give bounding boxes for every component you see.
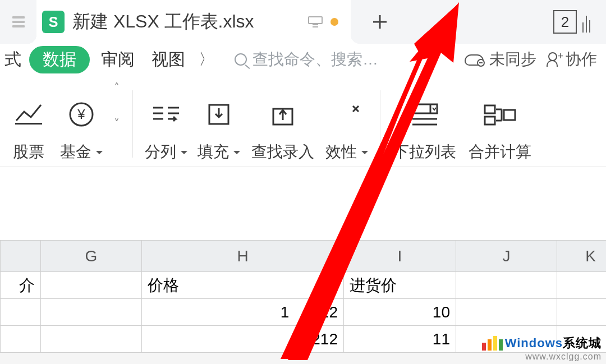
cell[interactable]: 进货价 [344, 272, 456, 299]
cell[interactable]: 1212 [142, 299, 344, 326]
cell[interactable]: 价格 [142, 272, 344, 299]
cell[interactable] [557, 326, 607, 353]
fund-label: 基金 [60, 141, 103, 163]
cell[interactable] [557, 299, 607, 326]
stock-button[interactable]: 股票 [3, 81, 54, 163]
cell[interactable]: 11 [344, 326, 456, 353]
dropdown-list-button[interactable]: 下拉列表 [388, 81, 461, 163]
plus-icon [373, 15, 387, 29]
filetype-badge-icon: S [42, 11, 65, 33]
find-input-label: 查找录入 [251, 141, 314, 163]
column-header-g[interactable]: G [41, 241, 142, 272]
column-header-k[interactable]: K [557, 241, 607, 272]
chevron-up-icon: ˄ [114, 81, 120, 94]
ribbon-divider [132, 90, 133, 158]
title-bar: S 新建 XLSX 工作表.xlsx 2 [0, 0, 606, 44]
cell[interactable]: 10 [344, 299, 456, 326]
command-search[interactable]: 查找命令、搜索… [222, 49, 384, 70]
cell[interactable]: .212 [142, 326, 344, 353]
cell[interactable] [456, 299, 557, 326]
document-tab[interactable]: S 新建 XLSX 工作表.xlsx [36, 0, 351, 44]
cell[interactable] [41, 326, 142, 353]
column-header[interactable] [1, 241, 41, 272]
app-menu-button[interactable] [0, 21, 36, 23]
tab-formula-fragment[interactable]: 式 [4, 48, 24, 71]
validity-button[interactable]: 效性 [322, 81, 372, 163]
svg-rect-18 [504, 110, 515, 120]
table-row[interactable]: 1212 10 [1, 299, 607, 326]
search-icon [235, 53, 247, 66]
find-input-icon [269, 98, 297, 131]
cloud-icon [465, 53, 484, 66]
cell[interactable] [456, 326, 557, 353]
chevron-down-icon: ˅ [114, 117, 120, 130]
tab-view[interactable]: 视图 [146, 48, 191, 71]
svg-rect-16 [485, 105, 495, 113]
table-row[interactable]: .212 11 [1, 326, 607, 353]
search-placeholder: 查找命令、搜索… [252, 49, 378, 70]
find-input-button[interactable]: 查找录入 [246, 81, 319, 163]
cell[interactable] [557, 272, 607, 299]
fund-button[interactable]: ¥ 基金 [56, 81, 107, 163]
svg-rect-0 [15, 123, 42, 125]
cell[interactable] [456, 272, 557, 299]
column-header-row[interactable]: G H I J K [1, 241, 607, 272]
sync-status[interactable]: 未同步 [465, 49, 536, 70]
merge-calc-icon [484, 98, 516, 131]
merge-calc-label: 合并计算 [469, 141, 531, 163]
fund-icon: ¥ [68, 98, 95, 131]
formula-bar-area [0, 167, 606, 240]
stock-icon [14, 98, 43, 131]
fill-button[interactable]: 填充 [194, 81, 244, 163]
watermark-url: www.wxclgg.com [525, 352, 602, 362]
svg-rect-17 [485, 117, 495, 125]
new-tab-button[interactable] [363, 0, 397, 44]
dropdown-list-label: 下拉列表 [393, 141, 456, 163]
hamburger-icon [12, 21, 25, 23]
cell[interactable]: 介 [1, 272, 41, 299]
tab-review[interactable]: 审阅 [95, 48, 140, 71]
collab-label: 协作 [566, 49, 597, 70]
column-header-h[interactable]: H [142, 241, 344, 272]
stock-label: 股票 [13, 141, 44, 163]
unsaved-indicator-icon [330, 18, 338, 26]
tab-data[interactable]: 数据 [29, 46, 90, 73]
cell[interactable] [41, 272, 142, 299]
fill-icon [206, 98, 232, 131]
ribbon: 股票 ¥ 基金 ˄ ˅ 分列 填充 [0, 75, 606, 167]
presentation-mode-icon[interactable] [308, 16, 323, 27]
column-header-j[interactable]: J [456, 241, 557, 272]
more-tabs-button[interactable]: 〉 [196, 49, 217, 70]
spreadsheet-grid[interactable]: G H I J K 介 价格 进货价 1212 10 .212 [0, 240, 606, 353]
window-list-icon[interactable] [582, 11, 590, 33]
merge-calc-button[interactable]: 合并计算 [463, 81, 536, 163]
table-row[interactable]: 介 价格 进货价 [1, 272, 607, 299]
cell[interactable] [41, 299, 142, 326]
split-column-icon [151, 98, 181, 131]
collaborate-icon: + [547, 52, 561, 67]
validity-icon [334, 98, 360, 131]
cell[interactable] [1, 326, 41, 353]
column-header-i[interactable]: I [344, 241, 456, 272]
collaborate-button[interactable]: + 协作 [547, 49, 597, 70]
dropdown-list-icon [410, 98, 439, 131]
window-count-indicator[interactable]: 2 [553, 10, 577, 34]
document-title: 新建 XLSX 工作表.xlsx [72, 10, 254, 34]
ribbon-scroll-buttons[interactable]: ˄ ˅ [109, 81, 125, 130]
split-column-label: 分列 [145, 141, 187, 163]
menu-bar: 式 数据 审阅 视图 〉 查找命令、搜索… 未同步 + 协作 [0, 44, 606, 75]
sync-label: 未同步 [489, 49, 536, 70]
fill-label: 填充 [198, 141, 240, 163]
validity-label: 效性 [325, 141, 368, 163]
svg-text:¥: ¥ [77, 107, 85, 122]
split-column-button[interactable]: 分列 [141, 81, 191, 163]
cell[interactable] [1, 299, 41, 326]
ribbon-divider [380, 90, 380, 158]
